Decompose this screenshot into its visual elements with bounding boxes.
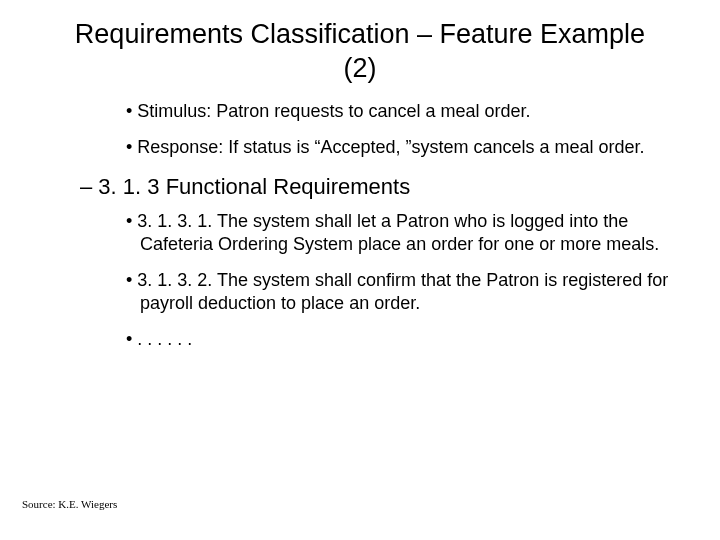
bullet-response: Response: If status is “Accepted, ”syste… — [40, 136, 680, 159]
bullet-ellipsis: . . . . . . — [40, 328, 680, 351]
bullet-req-2: 3. 1. 3. 2. The system shall confirm tha… — [40, 269, 680, 314]
bullet-stimulus: Stimulus: Patron requests to cancel a me… — [40, 100, 680, 123]
bullet-req-1: 3. 1. 3. 1. The system shall let a Patro… — [40, 210, 680, 255]
slide: Requirements Classification – Feature Ex… — [0, 0, 720, 540]
slide-body: Stimulus: Patron requests to cancel a me… — [0, 94, 720, 351]
section-heading: 3. 1. 3 Functional Requirements — [40, 173, 680, 201]
source-attribution: Source: K.E. Wiegers — [22, 498, 117, 510]
slide-title: Requirements Classification – Feature Ex… — [0, 0, 720, 94]
